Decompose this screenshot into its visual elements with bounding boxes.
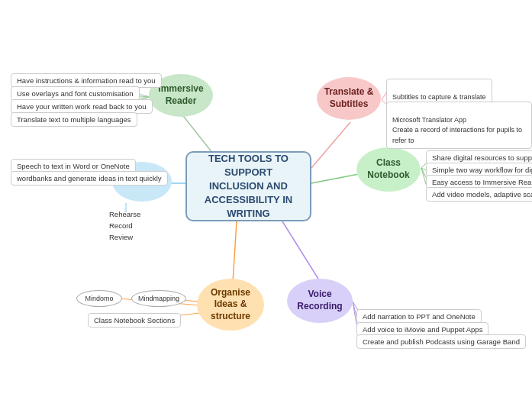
voice-recording-node: Voice Recording bbox=[287, 279, 353, 323]
organise-bullet-2: Class Notebook Sections bbox=[88, 313, 181, 328]
translate-bullet-2: Microsoft Translator App Create a record… bbox=[386, 102, 532, 149]
svg-line-5 bbox=[282, 221, 321, 282]
organise-label: Organise Ideas & structure bbox=[211, 287, 250, 323]
voice-recording-label: Voice Recording bbox=[297, 289, 342, 312]
svg-line-3 bbox=[311, 174, 359, 183]
translate-subtitles-node: Translate & Subtitles bbox=[317, 77, 381, 120]
immersive-reader-label: Immersive Reader bbox=[158, 83, 203, 107]
dictation-sub-list: Rehearse Record Review bbox=[109, 208, 140, 244]
class-notebook-node: Class Notebook bbox=[356, 147, 421, 192]
class-notebook-label: Class Notebook bbox=[367, 157, 409, 181]
organise-mindomo: Mindomo bbox=[76, 290, 122, 307]
translate-subtitles-label: Translate & Subtitles bbox=[324, 86, 374, 110]
center-label: Tech Tools to support Inclusion and Acce… bbox=[187, 152, 310, 221]
organise-node: Organise Ideas & structure bbox=[197, 279, 264, 331]
svg-line-4 bbox=[233, 221, 237, 282]
voice-bullet-3: Create and publish Podcasts using Garage… bbox=[356, 334, 526, 349]
dictation-bullet-2: wordbanks and generate ideas in text qui… bbox=[11, 171, 168, 186]
class-bullet-4: Add video models, adaptive scaffolds etc… bbox=[426, 187, 532, 202]
immersive-bullet-4: Translate text to multiple languages bbox=[11, 112, 137, 127]
organise-mindmapping: Mindmapping bbox=[131, 290, 186, 307]
center-node: Tech Tools to support Inclusion and Acce… bbox=[185, 151, 311, 221]
svg-line-1 bbox=[311, 122, 350, 168]
